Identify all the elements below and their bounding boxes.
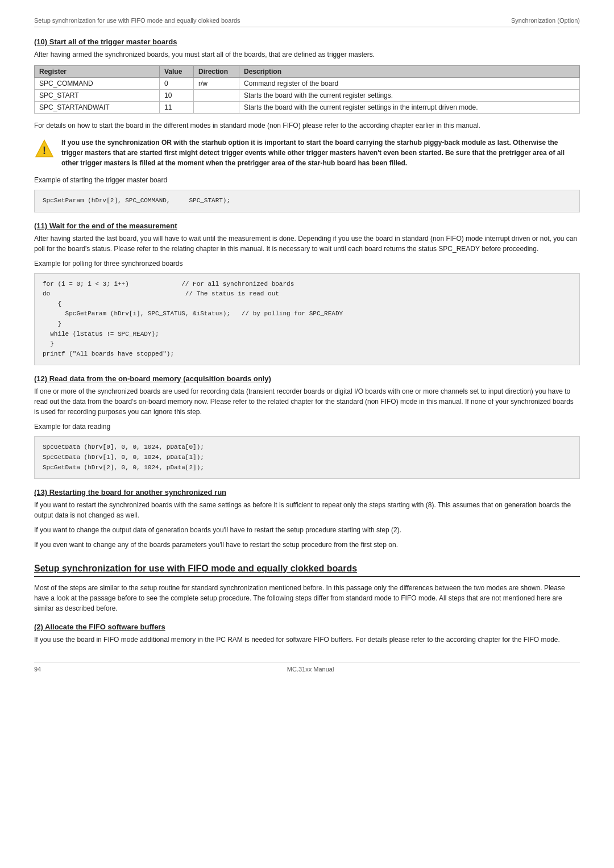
section-12-example-label: Example for data reading [34, 422, 580, 432]
footer-page-number: 94 [34, 666, 41, 673]
warning-box: ! If you use the synchronization OR with… [34, 137, 580, 168]
section-10-example-label: Example of starting the trigger master b… [34, 175, 580, 185]
reg-value: 0 [160, 78, 194, 90]
big-section-heading: Setup synchronization for use with FIFO … [34, 564, 580, 577]
section-11-example-label: Example for polling for three synchronze… [34, 258, 580, 269]
page-header: Setup synchronization for use with FIFO … [34, 17, 580, 27]
col-direction: Direction [194, 66, 239, 78]
section-12: (12) Read data from the on-board memory … [34, 374, 580, 479]
page: Setup synchronization for use with FIFO … [0, 0, 614, 868]
subsection-2-intro: If you use the board in FIFO mode additi… [34, 635, 580, 645]
section-12-code: SpcGetData (hDrv[0], 0, 0, 1024, pData[0… [34, 436, 580, 479]
section-13: (13) Restarting the board for another sy… [34, 488, 580, 550]
section-10-code: SpcSetParam (hDrv[2], SPC_COMMAND, SPC_S… [34, 190, 580, 212]
section-13-para1: If you want to restart the synchronized … [34, 500, 580, 520]
section-11-intro: After having started the last board, you… [34, 233, 580, 254]
reg-name: SPC_STARTANDWAIT [35, 102, 160, 114]
reg-description: Starts the board with the current regist… [239, 90, 580, 102]
reg-direction [194, 102, 239, 114]
section-11-heading: (11) Wait for the end of the measurement [34, 222, 580, 230]
page-footer: 94 MC.31xx Manual [34, 662, 580, 673]
subsection-2-heading: (2) Allocate the FIFO software buffers [34, 623, 580, 631]
big-section-intro: Most of the steps are similar to the set… [34, 583, 580, 614]
section-12-intro: If one or more of the synchronized board… [34, 386, 580, 417]
reg-description: Starts the board with the current regist… [239, 102, 580, 114]
subsection-2: (2) Allocate the FIFO software buffers I… [34, 623, 580, 645]
col-register: Register [35, 66, 160, 78]
section-11-code: for (i = 0; i < 3; i++) // For all synch… [34, 273, 580, 366]
reg-value: 10 [160, 90, 194, 102]
section-13-para3: If you even want to change any of the bo… [34, 540, 580, 550]
warning-text: If you use the synchronization OR with t… [61, 137, 580, 168]
section-10-after-table: For details on how to start the board in… [34, 120, 580, 131]
section-12-heading: (12) Read data from the on-board memory … [34, 374, 580, 383]
register-table: Register Value Direction Description SPC… [34, 65, 580, 114]
section-10: (10) Start all of the trigger master boa… [34, 37, 580, 212]
reg-value: 11 [160, 102, 194, 114]
table-row: SPC_COMMAND 0 r/w Command register of th… [35, 78, 580, 90]
table-row: SPC_START 10 Starts the board with the c… [35, 90, 580, 102]
section-13-heading: (13) Restarting the board for another sy… [34, 488, 580, 496]
warning-strong: If you use the synchronization OR with t… [61, 139, 565, 167]
header-left: Setup synchronization for use with FIFO … [34, 17, 240, 24]
reg-name: SPC_COMMAND [35, 78, 160, 90]
section-13-para2: If you want to change the output data of… [34, 525, 580, 535]
reg-description: Command register of the board [239, 78, 580, 90]
reg-direction [194, 90, 239, 102]
reg-name: SPC_START [35, 90, 160, 102]
table-row: SPC_STARTANDWAIT 11 Starts the board wit… [35, 102, 580, 114]
section-10-intro: After having armed the synchronized boar… [34, 49, 580, 60]
reg-direction: r/w [194, 78, 239, 90]
col-value: Value [160, 66, 194, 78]
warning-icon: ! [34, 139, 55, 159]
section-11: (11) Wait for the end of the measurement… [34, 222, 580, 366]
svg-text:!: ! [43, 145, 46, 156]
header-right: Synchronization (Option) [511, 17, 580, 24]
footer-title: MC.31xx Manual [287, 666, 334, 673]
col-description: Description [239, 66, 580, 78]
section-10-heading: (10) Start all of the trigger master boa… [34, 37, 580, 46]
